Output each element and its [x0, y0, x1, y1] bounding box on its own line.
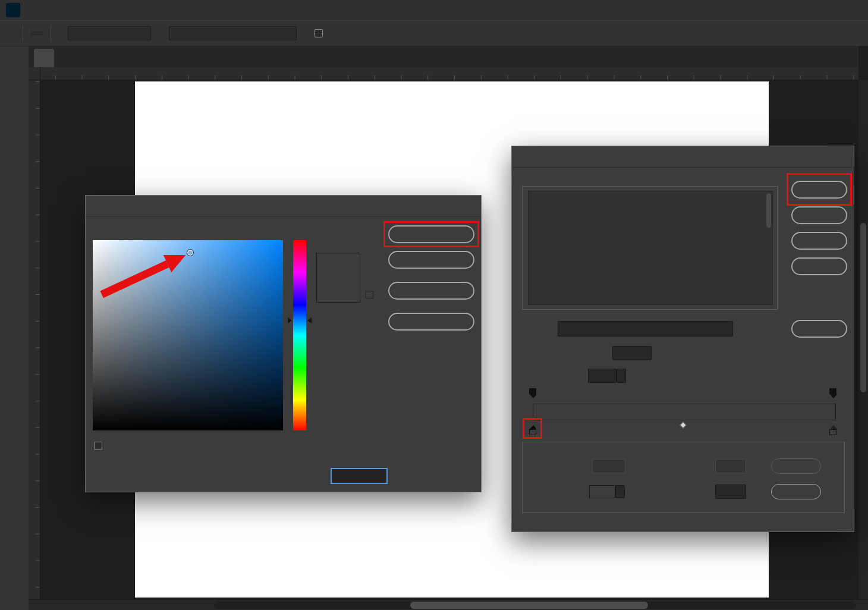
- annotation-ok-highlight: [383, 221, 479, 247]
- hue-slider-left-arrow[interactable]: [288, 317, 292, 323]
- opacity-location-input: [715, 459, 746, 473]
- color-stop-right[interactable]: [829, 422, 837, 435]
- opacity-stop-right[interactable]: [829, 388, 837, 402]
- smoothness-input[interactable]: [588, 369, 617, 383]
- opacity-stop-swatch: [529, 388, 536, 394]
- color-picker-titlebar[interactable]: [86, 196, 481, 217]
- new-button[interactable]: [791, 320, 847, 338]
- hex-input[interactable]: [331, 468, 388, 484]
- opacity-input: [592, 459, 625, 473]
- opacity-stop-pointer: [830, 394, 837, 402]
- gradient-preview-bar[interactable]: [533, 404, 836, 420]
- ruler-corner: [29, 67, 40, 80]
- tool-preset-picker[interactable]: [30, 32, 43, 35]
- stop-color-dropdown-toggle[interactable]: [615, 485, 625, 498]
- sample-dropdown[interactable]: [169, 26, 297, 40]
- saturation-brightness-field[interactable]: [93, 240, 283, 430]
- presets-scrollbar-thumb[interactable]: [766, 193, 771, 228]
- options-bar: [0, 20, 868, 46]
- color-location-input[interactable]: [715, 485, 746, 499]
- opacity-stop-pointer: [530, 394, 537, 402]
- toolbar: [0, 46, 29, 610]
- load-button[interactable]: [791, 232, 847, 250]
- show-sampling-ring-checkbox[interactable]: [315, 29, 323, 37]
- vertical-ruler: [29, 80, 40, 599]
- horizontal-scrollbar[interactable]: [214, 602, 856, 609]
- divider: [51, 25, 51, 42]
- add-to-swatches-button[interactable]: [388, 282, 474, 300]
- horizontal-scrollbar-thumb[interactable]: [410, 602, 648, 609]
- photoshop-logo-icon[interactable]: [6, 3, 20, 17]
- vertical-scrollbar-thumb[interactable]: [860, 223, 866, 392]
- delete-opacity-stop-button: [771, 458, 821, 474]
- stop-color-swatch-button[interactable]: [589, 485, 615, 498]
- color-stop-pointer: [830, 422, 837, 429]
- opacity-stop-swatch: [829, 388, 836, 394]
- new-current-color-swatch: [316, 253, 360, 303]
- gradient-midpoint-marker[interactable]: [680, 422, 686, 428]
- annotation-stop-highlight: [523, 418, 542, 439]
- color-stop-swatch: [829, 429, 836, 435]
- document-tab[interactable]: [34, 49, 54, 67]
- tab-bar: [29, 46, 858, 67]
- divider: [23, 25, 23, 42]
- gamut-color-swatch[interactable]: [366, 291, 373, 298]
- hue-slider[interactable]: [293, 240, 306, 430]
- only-web-colors-checkbox[interactable]: [94, 442, 102, 450]
- opacity-stop-left[interactable]: [529, 388, 537, 402]
- smoothness-dropdown-toggle[interactable]: [617, 369, 626, 383]
- menu-bar: [0, 0, 868, 20]
- color-picker-dialog: [85, 195, 482, 492]
- horizontal-ruler: [40, 67, 858, 80]
- cancel-button[interactable]: [791, 206, 847, 224]
- gradient-editor-titlebar[interactable]: [512, 146, 854, 168]
- photoshop-app: [0, 0, 868, 610]
- cancel-button[interactable]: [388, 251, 474, 269]
- status-bar: [29, 599, 868, 610]
- hue-slider-right-arrow[interactable]: [307, 317, 312, 323]
- delete-color-stop-button[interactable]: [771, 484, 821, 499]
- sample-size-dropdown[interactable]: [68, 26, 151, 40]
- gradient-name-input[interactable]: [558, 321, 733, 337]
- save-button[interactable]: [791, 257, 847, 275]
- gradient-editor-dialog: [511, 146, 854, 532]
- annotation-ok-highlight: [787, 173, 852, 206]
- color-libraries-button[interactable]: [388, 313, 474, 331]
- gradient-type-dropdown[interactable]: [612, 346, 652, 360]
- stops-group: [522, 442, 845, 513]
- presets-panel: [528, 191, 773, 305]
- vertical-scrollbar[interactable]: [858, 80, 868, 599]
